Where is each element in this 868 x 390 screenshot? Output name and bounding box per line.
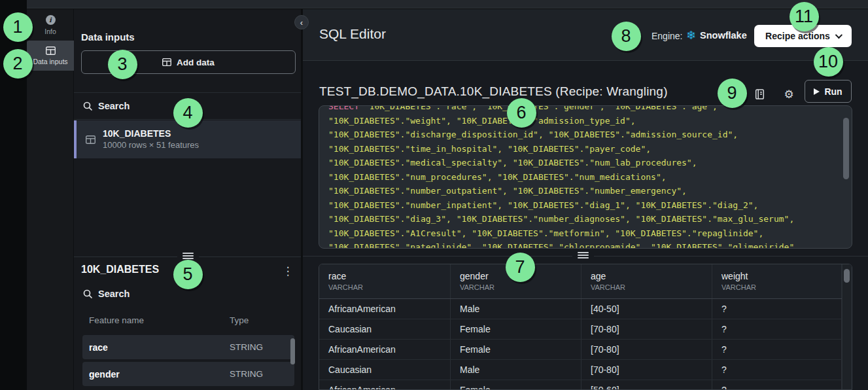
- run-label: Run: [824, 86, 842, 97]
- table-grid-icon: [46, 46, 56, 55]
- results-table: raceVARCHARgenderVARCHARageVARCHARweight…: [319, 264, 852, 390]
- table-row: AfricanAmericanFemale[50-60]?: [319, 380, 852, 390]
- table-cell: AfricanAmerican: [319, 299, 451, 319]
- table-cell: Female: [451, 319, 582, 339]
- schema-search-input[interactable]: Search: [74, 283, 301, 305]
- dataset-meta: 10000 rows × 51 features: [103, 139, 199, 151]
- table-row: CaucasianFemale[70-80]?: [319, 319, 852, 340]
- panel-resize-handle[interactable]: [177, 251, 199, 261]
- feature-name-cell: gender: [89, 369, 120, 380]
- results-scrollbar-track: [842, 264, 852, 390]
- table-cell: Male: [451, 299, 582, 319]
- column-header-weight: weightVARCHAR: [712, 264, 842, 298]
- column-header-gender: genderVARCHAR: [451, 264, 582, 298]
- kebab-icon: ⋮: [283, 264, 294, 277]
- table-cell: Caucasian: [319, 319, 451, 339]
- chevron-left-icon: ‹: [300, 18, 303, 27]
- search-placeholder: Search: [98, 289, 130, 299]
- table-cell: Caucasian: [319, 360, 451, 380]
- play-icon: [814, 88, 820, 95]
- sql-line: SELECT "10K_DIABETES"."race", "10K_DIABE…: [328, 105, 842, 114]
- results-scrollbar-thumb[interactable]: [844, 269, 850, 283]
- feature-table-header: Feature name Type: [89, 315, 292, 325]
- type-header: Type: [230, 315, 249, 325]
- feature-type-cell: STRING: [230, 342, 263, 352]
- sidebar-item-info[interactable]: i Info: [27, 9, 74, 41]
- add-data-label: Add data: [177, 58, 215, 67]
- sql-line: "10K_DIABETES"."number_outpatient", "10K…: [328, 184, 842, 198]
- sidebar-item-label: Data inputs: [33, 58, 67, 65]
- feature-row-gender[interactable]: genderSTRING: [82, 362, 294, 386]
- panel-title: Data inputs: [81, 31, 135, 43]
- sidebar-item-label: Info: [44, 27, 56, 35]
- run-button[interactable]: Run: [805, 80, 852, 103]
- table-cell: ?: [712, 340, 842, 359]
- window-edge-strip: [0, 0, 27, 390]
- info-icon: i: [46, 15, 56, 25]
- table-cell: ?: [712, 299, 842, 319]
- recipe-actions-label: Recipe actions: [765, 31, 830, 41]
- dataset-search-input[interactable]: Search: [74, 93, 301, 120]
- schema-scrollbar-thumb[interactable]: [290, 338, 295, 364]
- code-scrollbar-thumb[interactable]: [843, 118, 849, 179]
- add-data-grid-icon: [162, 58, 171, 66]
- table-cell: ?: [712, 319, 842, 339]
- data-inputs-panel: Data inputs Add data Search 10K_DIABETES…: [74, 9, 301, 390]
- feature-name-header: Feature name: [89, 315, 144, 325]
- page-title: SQL Editor: [319, 26, 386, 42]
- feature-name-cell: race: [89, 342, 108, 353]
- sql-keyword: SELECT: [328, 105, 364, 111]
- results-body: AfricanAmericanMale[40-50]?CaucasianFema…: [319, 299, 852, 390]
- sql-line: "10K_DIABETES"."weight", "10K_DIABETES".…: [328, 114, 842, 128]
- dataset-name: 10K_DIABETES: [103, 128, 199, 139]
- table-cell: Female: [451, 340, 582, 359]
- top-bar: [27, 0, 868, 9]
- search-placeholder: Search: [98, 101, 130, 111]
- feature-type-cell: STRING: [230, 369, 263, 379]
- sql-line: "10K_DIABETES"."num_procedures", "10K_DI…: [328, 170, 842, 185]
- feature-row-race[interactable]: raceSTRING: [82, 335, 294, 359]
- sql-code: SELECT "10K_DIABETES"."race", "10K_DIABE…: [319, 105, 852, 249]
- sql-line: "10K_DIABETES"."diag_3", "10K_DIABETES".…: [328, 212, 842, 226]
- table-cell: [70-80]: [582, 360, 712, 380]
- recipe-actions-button[interactable]: Recipe actions: [754, 25, 852, 47]
- search-icon: [83, 289, 92, 298]
- dataset-list-item[interactable]: 10K_DIABETES 10000 rows × 51 features: [74, 120, 301, 158]
- engine-label: Engine:: [651, 31, 682, 41]
- feature-list: raceSTRINGgenderSTRING: [82, 335, 294, 386]
- sql-code-editor[interactable]: SELECT "10K_DIABETES"."race", "10K_DIABE…: [319, 105, 852, 249]
- sql-editor-header: SQL Editor Engine: ❄ Snowflake Recipe ac…: [303, 9, 868, 61]
- table-row: CaucasianMale[70-80]?: [319, 360, 852, 380]
- icon-rail: i Info Data inputs: [27, 9, 74, 390]
- sql-line: "10K_DIABETES"."nateglinide", "10K_DIABE…: [328, 240, 842, 249]
- table-cell: [70-80]: [582, 340, 712, 359]
- table-cell: Male: [451, 360, 582, 380]
- settings-button[interactable]: ⚙: [780, 86, 798, 103]
- table-cell: AfricanAmerican: [319, 340, 451, 359]
- results-resize-handle[interactable]: [572, 250, 594, 260]
- notebook-button[interactable]: [750, 86, 769, 103]
- notebook-icon: [755, 89, 765, 99]
- sql-editor-main: SQL Editor Engine: ❄ Snowflake Recipe ac…: [303, 9, 868, 390]
- engine-name: Snowflake: [700, 30, 747, 41]
- table-cell: ?: [712, 380, 842, 390]
- collapse-panel-button[interactable]: ‹: [294, 15, 309, 29]
- sidebar-item-data-inputs[interactable]: Data inputs: [27, 41, 74, 71]
- sql-line: "10K_DIABETES"."number_inpatient", "10K_…: [328, 198, 842, 213]
- table-cell: AfricanAmerican: [319, 380, 451, 390]
- snowflake-icon: ❄: [686, 28, 696, 42]
- table-cell: ?: [712, 360, 842, 380]
- gear-icon: ⚙: [784, 88, 793, 101]
- table-cell: Female: [451, 380, 582, 390]
- sql-line: "10K_DIABETES"."discharge_disposition_id…: [328, 128, 842, 142]
- schema-panel-title: 10K_DIABETES: [81, 264, 159, 275]
- sql-line: "10K_DIABETES"."time_in_hospital", "10K_…: [328, 142, 842, 156]
- column-header-age: ageVARCHAR: [582, 264, 712, 298]
- dataset-grid-icon: [86, 135, 95, 144]
- add-data-button[interactable]: Add data: [81, 50, 296, 74]
- table-row: AfricanAmericanFemale[70-80]?: [319, 340, 852, 360]
- schema-menu-button[interactable]: ⋮: [279, 263, 296, 279]
- table-cell: [50-60]: [582, 380, 712, 390]
- results-header: raceVARCHARgenderVARCHARageVARCHARweight…: [319, 264, 852, 299]
- sql-line: "10K_DIABETES"."medical_specialty", "10K…: [328, 156, 842, 170]
